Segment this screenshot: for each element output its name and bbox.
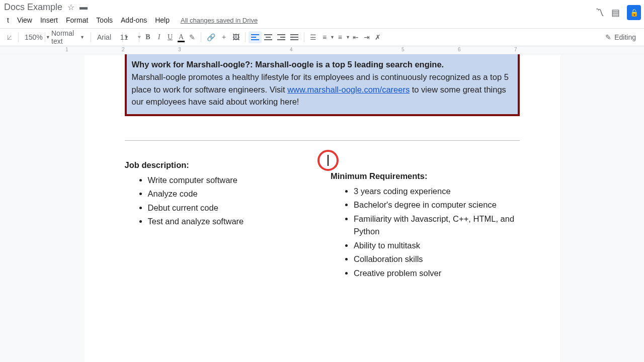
star-icon[interactable]: ☆ [67,3,74,12]
list-item: Ability to multitask [354,239,520,252]
list-item: Creative problem solver [354,267,520,280]
ruler-mark: 2 [122,47,125,52]
align-left-button[interactable] [249,31,262,43]
line-spacing-button[interactable]: ☰ [307,31,319,43]
zoom-value: 150% [25,33,43,41]
careers-link[interactable]: www.marshall-oogle.com/careers [287,85,410,94]
align-justify-button[interactable] [288,31,301,43]
menu-view[interactable]: View [13,15,36,25]
font-size-value: 11 [120,33,128,41]
menu-help[interactable]: Help [151,15,174,25]
bulleted-list-button[interactable]: ≡ [335,31,346,43]
job-description-list: Write computer software Analyze code Deb… [125,174,314,228]
ruler[interactable]: 1 2 3 4 5 6 7 [0,46,644,54]
highlight-button[interactable]: ✎ [187,31,198,43]
ruler-mark: 4 [290,47,293,52]
paint-format-button[interactable]: ⟀ [4,31,15,43]
decrease-indent-button[interactable]: ⇤ [350,31,361,43]
ruler-mark: 1 [65,47,68,52]
folder-icon[interactable]: ▬ [79,3,88,12]
horizontal-rule [125,140,520,141]
document-area: Why work for Marshall-oogle?: Marshall-o… [0,54,644,362]
save-status[interactable]: All changes saved in Drive [181,17,258,24]
bold-button[interactable]: B [142,31,153,43]
comments-icon[interactable]: ▤ [611,7,620,18]
activity-icon[interactable]: 〽 [595,8,604,18]
list-item: Collaboration skills [354,253,520,266]
list-item: Bachelor's degree in computer science [354,199,520,212]
page[interactable]: Why work for Marshall-oogle?: Marshall-o… [85,54,560,362]
list-item: 3 years coding experience [354,185,520,198]
paragraph-style-select[interactable]: Normal text▼ [48,29,88,45]
requirements-list: 3 years coding experience Bachelor's deg… [331,185,520,280]
align-center-button[interactable] [262,31,275,43]
text-cursor [328,155,329,166]
underline-button[interactable]: U [165,31,176,43]
menu-edit[interactable]: t [3,15,13,25]
highlight-box: Why work for Marshall-oogle?: Marshall-o… [125,54,520,116]
add-comment-button[interactable]: ＋ [218,31,230,43]
job-description-column: Job description: Write computer software… [125,159,314,281]
menu-format[interactable]: Format [62,15,92,25]
menu-bar: t View Insert Format Tools Add-ons Help … [0,14,644,26]
two-column-layout: Job description: Write computer software… [125,159,520,281]
list-item: Analyze code [148,188,314,201]
list-item: Familiarity with Javascript, C++, HTML, … [354,213,520,238]
text-color-button[interactable]: A [176,31,187,43]
list-item: Test and analyze software [148,215,314,228]
list-item: Write computer software [148,174,314,187]
toolbar: ⟀ 150%▼ Normal text▼ Arial▼ 11▼ B I U A … [0,28,644,46]
requirements-heading: Minimum Requirements: [331,170,520,183]
insert-link-button[interactable]: 🔗 [204,31,218,43]
editing-mode-button[interactable]: ✎ Editing [605,33,640,41]
ruler-mark: 5 [401,47,405,52]
title-bar: Docs Example ☆ ▬ [0,0,644,14]
insert-image-button[interactable]: 🖼 [230,31,242,43]
clear-formatting-button[interactable]: ✗ [372,31,383,43]
menu-tools[interactable]: Tools [92,15,117,25]
numbered-list-button[interactable]: ≡ [319,31,330,43]
box-text-topline: Why work for Marshall-oogle?: Marshall-o… [132,58,513,71]
align-right-button[interactable] [275,31,288,43]
doc-title[interactable]: Docs Example [4,2,62,13]
top-right-controls: 〽 ▤ 🔒 [595,5,641,20]
editing-mode-label: Editing [614,33,636,41]
job-description-heading: Job description: [125,159,314,172]
pencil-icon: ✎ [605,33,611,41]
ruler-mark: 7 [514,47,517,52]
ruler-mark: 6 [458,47,461,52]
menu-insert[interactable]: Insert [36,15,62,25]
font-select[interactable]: Arial▼ [94,33,119,41]
ruler-mark: 3 [178,47,181,52]
italic-button[interactable]: I [153,31,165,43]
list-item: Debut current code [148,202,314,215]
increase-indent-button[interactable]: ⇥ [361,31,372,43]
font-size-select[interactable]: 11▼ [126,33,136,41]
requirements-column: Minimum Requirements: 3 years coding exp… [331,159,520,281]
font-value: Arial [97,33,111,41]
menu-addons[interactable]: Add-ons [117,15,151,25]
zoom-select[interactable]: 150%▼ [22,33,42,41]
cursor-indicator [317,150,339,171]
style-value: Normal text [51,29,77,45]
share-button[interactable]: 🔒 [627,5,641,20]
